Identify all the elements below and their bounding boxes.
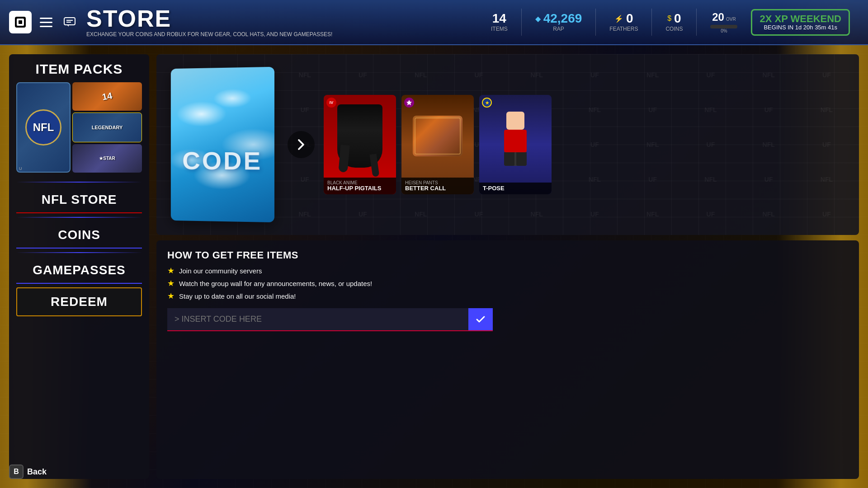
stat-coins: $ 0 COINS [665,12,683,32]
item-badge-2 [404,98,414,108]
xp-pct: 0% [721,28,727,33]
free-item-text-3: Stay up to date on all our social media! [179,292,296,300]
stat-divider-2 [595,9,596,36]
carousel-next-arrow[interactable] [288,131,315,158]
item-image-1 [324,95,396,178]
svg-marker-4 [67,25,69,27]
content-area: NFL UF NFL UF NFL UF NFL UF NFL UF NFL U… [156,54,859,479]
chat-icon[interactable] [61,13,79,31]
hair-item-icon [337,104,382,168]
pack-mini-1[interactable]: 14 [72,82,142,111]
xp-level: 20 [712,11,724,23]
roblox-logo[interactable] [9,11,32,33]
feathers-value: 0 [626,12,633,25]
free-item-row-1: ★ Join our community servers [167,266,848,276]
item-name-2: BETTER CALL [405,185,470,192]
figure-body [504,130,527,152]
weekend-title: 2X XP WEEKEND [760,14,841,24]
pack-label: U [19,166,22,171]
store-title: STORE [86,7,332,30]
star-icon-1: ★ [167,266,175,276]
free-items-list: ★ Join our community servers ★ Watch the… [167,266,848,301]
item-badge-3: ★ [482,98,492,108]
sidebar-divider-2 [16,217,142,218]
pack-main[interactable]: NFL U [16,82,71,173]
code-text: CODE [182,146,262,176]
sidebar-title: ITEM PACKS [16,61,142,77]
topbar: STORE EXCHANGE YOUR COINS AND ROBUX FOR … [0,0,868,45]
xp-bar-container: 20 OVR 0% [710,11,737,33]
free-items-section: HOW TO GET FREE ITEMS ★ Join our communi… [156,240,859,479]
code-card: CODE [171,67,274,222]
star-icon-2: ★ [167,278,175,288]
code-input-row [167,308,493,331]
svg-marker-7 [406,100,412,105]
feathers-label: FEATHERS [609,26,638,32]
b-key-icon: B [9,465,24,479]
chest-item-icon [413,116,462,156]
item-image-2 [401,95,474,178]
items-label: ITEMS [491,26,508,32]
nav-item-nfl-store[interactable]: NFL STORE [16,186,142,213]
stat-items: 14 ITEMS [491,12,508,32]
carousel-item-1[interactable]: IV BLACK ANIME HALF-UP PIGTAILS [324,95,396,194]
free-items-title: HOW TO GET FREE ITEMS [167,249,848,261]
star-icon-3: ★ [167,291,175,301]
svg-rect-3 [64,18,75,25]
svg-rect-2 [19,20,22,24]
figure-leg-right [516,152,527,166]
nav-item-coins[interactable]: COINS [16,221,142,249]
free-item-row-3: ★ Stay up to date on all our social medi… [167,291,848,301]
coins-label: COINS [665,26,683,32]
free-item-text-2: Watch the group wall for any announcemen… [179,280,372,287]
coins-icon: $ [667,14,671,23]
item-label-2: HEISEN PANTS BETTER CALL [401,178,474,194]
topbar-stats: 14 ITEMS ◆ 42,269 RAP ⚡ 0 FEATHERS $ 0 C… [491,9,850,36]
stat-feathers: ⚡ 0 FEATHERS [609,12,638,32]
pack-mini-3[interactable]: ★STAR [72,144,142,173]
stat-divider-1 [521,9,522,36]
coins-value: 0 [674,12,681,25]
stat-divider-4 [696,9,697,36]
figure-leg-left [504,152,514,166]
weekend-subtitle: BEGINS IN 1d 20h 35m 41s [760,24,841,31]
item-name-1: HALF-UP PIGTAILS [327,185,392,192]
item-label-1: BLACK ANIME HALF-UP PIGTAILS [324,178,396,194]
rap-label: RAP [553,26,564,32]
sidebar: ITEM PACKS NFL U 14 LEGENDARY ★STAR NFL [9,54,149,479]
feathers-icon: ⚡ [614,14,623,23]
item-label-3: T-POSE [479,183,552,194]
stat-rap: ◆ 42,269 RAP [535,12,582,32]
sidebar-divider-1 [16,182,142,183]
figure-legs [504,152,527,166]
back-label: Back [27,467,47,477]
pack-images: NFL U 14 LEGENDARY ★STAR [16,82,142,173]
menu-icon[interactable] [37,13,55,31]
carousel-item-3[interactable]: ★ T-POSE [479,95,552,194]
pack-mini-2[interactable]: LEGENDARY [72,113,142,142]
code-submit-button[interactable] [468,308,493,331]
back-button[interactable]: B Back [9,465,47,479]
item-badge-1: IV [326,98,336,108]
nav-item-redeem[interactable]: REDEEM [16,287,142,316]
rap-value: 42,269 [543,12,582,25]
pack-stack: 14 LEGENDARY ★STAR [72,82,142,173]
carousel-area: NFL UF NFL UF NFL UF NFL UF NFL UF NFL U… [156,54,859,235]
rap-icon: ◆ [535,14,541,23]
sidebar-divider-3 [16,252,142,253]
roblox-figure-icon [504,112,527,166]
free-item-text-1: Join our community servers [179,267,262,275]
code-card-clouds [171,67,274,222]
carousel-item-2[interactable]: HEISEN PANTS BETTER CALL [401,95,474,194]
nav-item-gamepasses[interactable]: GAMEPASSES [16,257,142,284]
store-title-section: STORE EXCHANGE YOUR COINS AND ROBUX FOR … [86,7,332,38]
xp-ovr: OVR [726,17,736,22]
store-subtitle: EXCHANGE YOUR COINS AND ROBUX FOR NEW GE… [86,31,332,38]
xp-bar [710,25,737,28]
main-content: ITEM PACKS NFL U 14 LEGENDARY ★STAR NFL [0,45,868,488]
nfl-shield-icon: NFL [25,109,61,145]
items-value: 14 [492,12,506,25]
figure-head [506,112,524,130]
code-input[interactable] [167,308,468,331]
weekend-banner[interactable]: 2X XP WEEKEND BEGINS IN 1d 20h 35m 41s [751,9,850,36]
